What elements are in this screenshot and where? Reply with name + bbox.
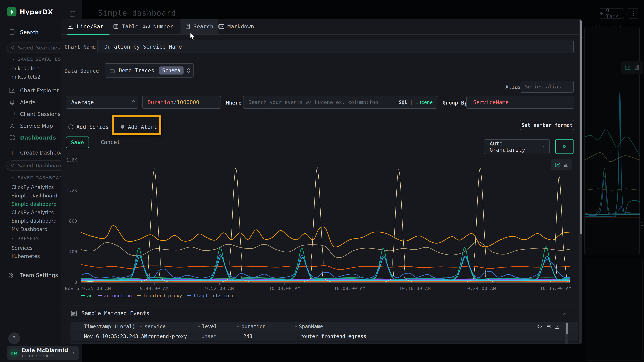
gear-icon — [7, 272, 14, 278]
where-label: Where — [226, 100, 242, 106]
where-search-input[interactable]: Search your events w/ Lucene ex. column:… — [243, 96, 437, 109]
presets-section[interactable]: PRESETS — [12, 236, 39, 241]
cell-timestamp: Nov 6 10:35:23.243 AM — [84, 342, 147, 344]
annotation-highlight-box — [112, 115, 161, 135]
active-tab-underline — [68, 34, 110, 35]
add-series-button[interactable]: Add Series — [68, 121, 109, 133]
column-header[interactable]: service — [140, 322, 166, 331]
hyperdx-logo-icon — [7, 7, 16, 16]
legend-item[interactable]: ad — [81, 293, 93, 298]
line-chart-icon — [625, 65, 631, 70]
list-icon — [71, 310, 77, 316]
help-button[interactable]: ? — [8, 332, 20, 344]
chart-name-label: Chart Name — [64, 44, 96, 50]
series-alias-input[interactable]: Series alias — [520, 81, 574, 93]
column-header[interactable]: level — [198, 322, 217, 331]
cancel-button[interactable]: Cancel — [101, 139, 120, 145]
group-by-label: Group By — [442, 100, 468, 106]
dashboards-icon — [8, 135, 16, 140]
preset-item[interactable]: Kubernetes — [12, 252, 40, 260]
preset-item[interactable]: Services — [12, 244, 32, 252]
x-tick-label: 9:52:00 AM — [205, 286, 234, 291]
column-header[interactable]: SpanName — [295, 322, 323, 331]
x-tick-label: 10:24:00 AM — [464, 286, 496, 291]
sample-events-table: Timestamp (Local)serviceleveldurationSpa… — [70, 322, 578, 344]
code-view-icon[interactable] — [537, 322, 542, 331]
background-panel-2 — [584, 258, 642, 361]
field-expression-input[interactable]: Duration/1000000 — [142, 96, 221, 109]
saved-dashboard-item[interactable]: ClickPy Analytics — [12, 183, 54, 191]
schema-badge[interactable]: Schema — [159, 66, 184, 74]
tags-button[interactable]: 0 Tags — [599, 8, 624, 18]
laptop-icon — [8, 112, 16, 117]
tab-table[interactable]: Table — [113, 19, 138, 34]
mouse-cursor — [189, 32, 197, 41]
sql-toggle[interactable]: SQL — [398, 100, 407, 105]
sidebar-collapse-icon[interactable] — [69, 10, 76, 17]
expand-row-icon[interactable] — [74, 331, 77, 342]
sample-events-header: Sample Matched Events — [71, 310, 149, 316]
cell-service: frontend-proxy — [145, 342, 187, 344]
divider — [61, 87, 502, 87]
drag-handle-icon — [140, 324, 142, 329]
legend-more-link[interactable]: +12 more — [212, 293, 234, 298]
modal-scrollbar-thumb[interactable] — [580, 20, 582, 234]
expand-row-icon[interactable] — [74, 342, 77, 344]
tab-markdown[interactable]: Markdown — [218, 19, 254, 34]
saved-dashboard-item[interactable]: Simple dashboard — [12, 217, 57, 225]
saved-search-item[interactable]: mikes tets2 — [12, 73, 40, 81]
x-tick-label: Nov 6 9:35:00 AM — [65, 286, 111, 291]
column-header[interactable]: duration — [237, 322, 266, 331]
download-icon[interactable] — [554, 322, 560, 331]
background-chart-type-toggle[interactable] — [621, 61, 643, 74]
x-tick-label: 10:35:00 AM — [540, 286, 572, 291]
saved-dashboard-item[interactable]: Simple Dashboard — [12, 192, 57, 199]
aggregation-select[interactable]: Average — [66, 96, 138, 109]
saved-searches-input[interactable]: Saved Searches — [6, 42, 70, 53]
user-org: demo-service - — [22, 353, 68, 359]
y-tick-label: 1.2K — [66, 188, 77, 193]
x-tick-label: 10:00:00 AM — [269, 286, 300, 291]
table-scrollbar-thumb[interactable] — [566, 323, 568, 334]
run-chart-button[interactable] — [555, 139, 574, 154]
saved-search-item[interactable]: mikes alert — [12, 65, 39, 73]
tab-number[interactable]: 123 Number — [143, 19, 173, 34]
duration-chart[interactable] — [81, 160, 570, 285]
tab-search[interactable]: Search — [180, 19, 218, 34]
chart-name-input[interactable]: Duration by Service Name — [98, 40, 574, 53]
page-title[interactable]: Simple dashboard — [98, 8, 176, 17]
alias-label: Alias — [505, 84, 521, 90]
collapse-sample-events-button[interactable] — [562, 311, 567, 317]
table-row[interactable]: Nov 6 10:35:23.243 AMfrontend-proxyUnset… — [70, 331, 578, 342]
user-menu[interactable]: DM Dale McDiarmid demo-service - — [7, 346, 79, 360]
x-tick-label: 10:08:00 AM — [334, 286, 366, 291]
saved-dashboard-item[interactable]: My Dashboard — [12, 225, 48, 233]
saved-dashboards-input[interactable]: Saved Dashboards — [6, 161, 70, 171]
legend-item[interactable]: accounting — [98, 293, 132, 298]
data-source-label: Data Source — [64, 68, 99, 74]
column-header[interactable]: Timestamp (Local) — [84, 322, 135, 331]
saved-dashboards-section[interactable]: SAVED DASHBOARDS — [12, 176, 69, 181]
chevron-down-icon — [12, 237, 15, 240]
lucene-toggle[interactable]: Lucene — [415, 100, 433, 105]
data-source-select[interactable]: Demo Traces Schema — [105, 63, 194, 78]
background-mini-chart — [584, 75, 640, 219]
saved-dashboard-item-active[interactable]: Simple dashboard — [12, 200, 57, 208]
tab-line-bar[interactable]: Line/Bar — [68, 19, 104, 34]
saved-dashboard-item[interactable]: ClickPy Analytics — [12, 208, 54, 216]
play-icon — [562, 144, 567, 149]
kebab-menu-button[interactable]: ⋮ — [628, 8, 639, 18]
group-by-input[interactable]: ServiceName — [466, 96, 574, 109]
chart-type-tabbar: Line/Bar Table 123 Number Search Markdow… — [61, 19, 582, 35]
legend-item[interactable]: frontend-proxy — [137, 293, 182, 298]
set-number-format-button[interactable]: Set number format — [520, 120, 574, 130]
wrap-text-icon[interactable] — [546, 322, 551, 331]
bell-icon — [8, 99, 16, 105]
brand-name: HyperDX — [20, 8, 53, 15]
granularity-select[interactable]: Auto Granularity — [484, 139, 550, 154]
table-row[interactable]: Nov 6 10:35:23.243 AMfrontend-proxyUnset… — [70, 342, 578, 344]
saved-searches-section[interactable]: SAVED SEARCHES — [12, 57, 61, 62]
save-button[interactable]: Save — [66, 137, 89, 148]
x-tick-label: 9:44:00 AM — [140, 286, 169, 291]
legend-item[interactable]: flagd — [187, 293, 207, 298]
